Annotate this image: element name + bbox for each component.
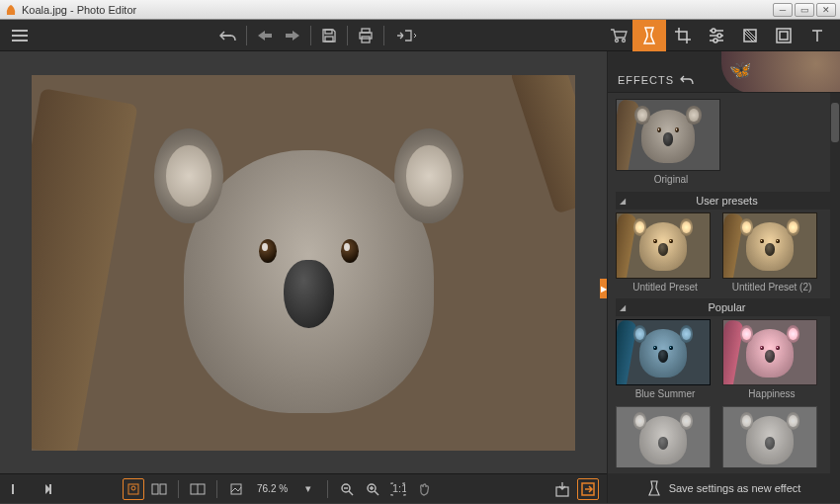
svg-rect-19 <box>12 484 14 494</box>
apply-button[interactable] <box>577 478 599 500</box>
svg-rect-3 <box>325 30 332 34</box>
svg-point-9 <box>623 39 626 42</box>
preset-blue-summer[interactable] <box>616 319 711 385</box>
preset-more-2[interactable] <box>722 406 817 467</box>
main-area: ▶ 🦋 EFFECTS Original ◢User presets <box>0 51 840 473</box>
undo-button[interactable] <box>214 23 242 48</box>
svg-point-22 <box>131 486 135 490</box>
preset-label: Happiness <box>722 385 821 402</box>
zoom-100-button[interactable]: 1:1 <box>387 478 409 500</box>
save-as-effect-button[interactable]: Save settings as new effect <box>607 473 840 503</box>
preset-happiness[interactable] <box>722 319 817 385</box>
svg-rect-23 <box>152 484 158 494</box>
crop-tab[interactable] <box>666 20 700 51</box>
cart-button[interactable] <box>605 23 632 48</box>
zoom-out-button[interactable] <box>336 478 358 500</box>
svg-rect-24 <box>160 484 166 494</box>
svg-line-29 <box>349 491 353 495</box>
svg-text:1:1: 1:1 <box>392 482 406 494</box>
svg-rect-4 <box>325 37 333 42</box>
reset-effects-button[interactable] <box>680 74 694 86</box>
export-button[interactable] <box>388 23 424 48</box>
svg-rect-18 <box>780 32 788 40</box>
titlebar: Koala.jpg - Photo Editor ─ ▭ ✕ <box>0 0 840 20</box>
app-logo <box>4 3 18 17</box>
preset-untitled-1[interactable] <box>616 212 711 279</box>
preset-label: Blue Summer <box>616 385 714 402</box>
panel-header: 🦋 EFFECTS <box>608 51 840 93</box>
zoom-dropdown[interactable]: ▾ <box>297 478 319 500</box>
adjust-tab[interactable] <box>700 20 733 51</box>
menu-button[interactable] <box>6 23 34 48</box>
butterfly-icon: 🦋 <box>729 59 751 81</box>
import-button[interactable] <box>551 478 573 500</box>
fit-view-button[interactable] <box>225 478 247 500</box>
text-tab[interactable] <box>800 20 834 51</box>
presets-area: Original ◢User presets Untitled Preset U… <box>608 93 840 473</box>
svg-point-14 <box>717 34 721 38</box>
panel-title: EFFECTS <box>618 74 674 86</box>
compare-view-button[interactable] <box>148 478 170 500</box>
section-popular[interactable]: ◢Popular <box>616 298 838 316</box>
svg-point-8 <box>616 39 619 42</box>
minimize-button[interactable]: ─ <box>773 3 793 17</box>
single-view-button[interactable] <box>123 478 144 500</box>
photo-canvas <box>32 75 575 451</box>
svg-rect-17 <box>777 29 791 42</box>
svg-line-32 <box>375 491 378 495</box>
preset-original[interactable] <box>616 99 720 171</box>
scrollbar-thumb[interactable] <box>831 103 839 142</box>
preset-label: Original <box>616 171 726 188</box>
zoom-level: 76.2 % <box>251 483 294 494</box>
bottom-toolbar: 76.2 % ▾ 1:1 <box>0 473 607 503</box>
print-button[interactable] <box>352 23 379 48</box>
main-toolbar <box>0 20 840 51</box>
back-button[interactable] <box>251 23 279 48</box>
svg-rect-20 <box>49 484 51 494</box>
forward-button[interactable] <box>279 23 306 48</box>
section-user-presets[interactable]: ◢User presets <box>616 192 838 210</box>
svg-rect-7 <box>362 37 370 42</box>
svg-point-13 <box>712 29 715 33</box>
svg-point-15 <box>714 39 717 42</box>
preset-label: Untitled Preset (2) <box>722 279 821 295</box>
preset-more-1[interactable] <box>616 406 711 467</box>
effects-tab[interactable] <box>632 20 666 51</box>
pan-button[interactable] <box>413 478 435 500</box>
preset-label: Untitled Preset <box>616 279 714 295</box>
retouch-tab[interactable] <box>733 20 767 51</box>
canvas-area[interactable]: ▶ <box>0 51 607 473</box>
prev-image-button[interactable] <box>8 478 30 500</box>
next-image-button[interactable] <box>34 478 55 500</box>
scrollbar[interactable] <box>830 93 840 473</box>
right-tool-tabs <box>632 20 834 51</box>
split-view-button[interactable] <box>187 478 209 500</box>
save-button[interactable] <box>315 23 343 48</box>
preset-untitled-2[interactable] <box>722 212 817 279</box>
effects-panel: 🦋 EFFECTS Original ◢User presets <box>607 51 840 473</box>
expand-panel-arrow[interactable]: ▶ <box>600 279 607 298</box>
window-title: Koala.jpg - Photo Editor <box>22 4 773 16</box>
frames-tab[interactable] <box>767 20 800 51</box>
close-button[interactable]: ✕ <box>816 3 836 17</box>
zoom-in-button[interactable] <box>362 478 383 500</box>
maximize-button[interactable]: ▭ <box>795 3 814 17</box>
